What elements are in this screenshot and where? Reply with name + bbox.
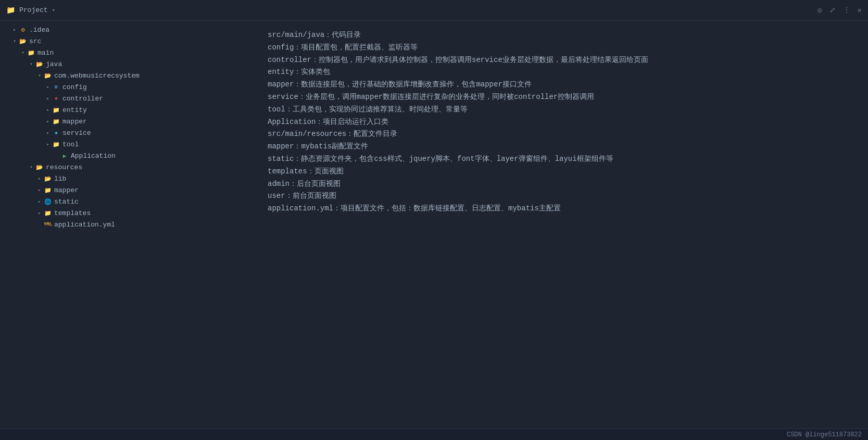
service-icon: ◈ [52, 129, 60, 137]
arrow-controller [44, 95, 52, 102]
mapper-icon: 📁 [52, 117, 60, 125]
tree-item-appyml[interactable]: ▸ YML application.yml [0, 219, 255, 230]
label-service: service [62, 129, 91, 137]
tree-item-controller[interactable]: ❖ controller [0, 93, 255, 104]
header-title: Project [19, 6, 48, 14]
content-line-13: user：前台页面视图 [268, 190, 856, 203]
yml-icon: YML [44, 220, 52, 229]
tree-item-src[interactable]: 📂 src [0, 35, 255, 47]
content-area: src/main/java：代码目录 config：项目配置包，配置拦截器、监听… [255, 21, 868, 429]
arrow-mapper2 [35, 187, 44, 193]
tree-item-config[interactable]: ⚙ config [0, 81, 255, 93]
content-line-2: controller：控制器包，用户请求到具体控制器，控制器调用service业… [268, 54, 856, 67]
bottom-text: CSDN @linge511873822 [787, 431, 862, 438]
label-appyml: application.yml [54, 221, 115, 229]
config-icon: ⚙ [52, 83, 60, 91]
lib-icon: 📂 [44, 174, 52, 183]
bottom-bar: CSDN @linge511873822 [0, 429, 868, 440]
label-tool: tool [62, 141, 79, 148]
content-line-8: src/main/resources：配置文件目录 [268, 128, 856, 141]
label-entity: entity [62, 106, 87, 114]
content-line-5: service：业务层包，调用mapper数据连接层进行复杂的业务处理，同时被c… [268, 91, 856, 104]
tree-item-static[interactable]: 🌐 static [0, 196, 255, 207]
target-icon[interactable]: ◎ [817, 6, 822, 15]
arrow-mapper [44, 118, 52, 124]
tree-item-mapper2[interactable]: 📁 mapper [0, 184, 255, 196]
label-src: src [29, 37, 41, 45]
com-icon: 📂 [44, 71, 52, 80]
header-icons: ◎ ⤢ ⋮ ✕ [817, 6, 862, 15]
entity-icon: 📁 [52, 106, 60, 114]
label-resources: resources [46, 164, 82, 171]
arrow-service [44, 130, 52, 136]
tree-item-com[interactable]: 📂 com.webmusicrecsystem [0, 70, 255, 81]
tree-item-java[interactable]: 📂 java [0, 58, 255, 70]
arrow-static [35, 198, 44, 205]
arrow-idea [10, 27, 19, 33]
header-left: 📁 Project ▾ [6, 6, 55, 15]
tree-item-idea[interactable]: ⚙ .idea [0, 24, 255, 35]
label-controller: controller [62, 95, 103, 103]
arrow-main [19, 49, 27, 56]
mapper2-icon: 📁 [44, 186, 52, 194]
application-icon: ▶ [60, 152, 69, 160]
arrow-templates [35, 210, 44, 216]
resources-icon: 📂 [35, 163, 44, 171]
arrow-tool [44, 141, 52, 147]
content-line-0: src/main/java：代码目录 [268, 29, 856, 42]
label-lib: lib [54, 175, 66, 183]
label-templates: templates [54, 209, 91, 217]
tree-item-tool[interactable]: 📁 tool [0, 139, 255, 150]
content-line-12: admin：后台页面视图 [268, 178, 856, 191]
content-line-9: mapper：mybatis副配置文件 [268, 141, 856, 153]
content-line-14: application.yml：项目配置文件，包括：数据库链接配置、日志配置、m… [268, 203, 856, 215]
label-java: java [46, 60, 62, 68]
file-tree: ⚙ .idea 📂 src 📁 main 📂 java 📂 com.webmus… [0, 21, 255, 429]
controller-icon: ❖ [52, 94, 60, 103]
more-icon[interactable]: ⋮ [843, 6, 850, 15]
tree-item-service[interactable]: ◈ service [0, 127, 255, 139]
content-line-1: config：项目配置包，配置拦截器、监听器等 [268, 42, 856, 54]
tree-item-entity[interactable]: 📁 entity [0, 104, 255, 116]
expand-icon[interactable]: ⤢ [829, 6, 836, 15]
label-com: com.webmusicrecsystem [54, 72, 140, 80]
tree-item-mapper[interactable]: 📁 mapper [0, 116, 255, 127]
content-line-4: mapper：数据连接层包，进行基础的数据库增删改查操作，包含mapper接口文… [268, 79, 856, 91]
main-area: ⚙ .idea 📂 src 📁 main 📂 java 📂 com.webmus… [0, 21, 868, 429]
label-mapper: mapper [62, 118, 87, 125]
arrow-entity [44, 107, 52, 113]
label-mapper2: mapper [54, 186, 79, 194]
tree-item-application[interactable]: ▸ ▶ Application [0, 150, 255, 161]
content-line-7: Application：项目启动运行入口类 [268, 116, 856, 129]
src-icon: 📂 [19, 37, 27, 45]
tree-item-lib[interactable]: 📂 lib [0, 173, 255, 184]
arrow-com [35, 72, 44, 79]
close-icon[interactable]: ✕ [858, 6, 862, 15]
content-line-11: templates：页面视图 [268, 166, 856, 178]
content-line-6: tool：工具类包，实现协同过滤推荐算法、时间处理、常量等 [268, 104, 856, 116]
arrow-java [27, 61, 35, 67]
label-static: static [54, 198, 79, 206]
arrow-config [44, 84, 52, 90]
arrow-src [10, 38, 19, 44]
java-icon: 📂 [35, 60, 44, 68]
tool-icon: 📁 [52, 140, 60, 148]
tree-item-resources[interactable]: 📂 resources [0, 161, 255, 173]
label-config: config [62, 83, 87, 91]
templates-icon: 📁 [44, 209, 52, 217]
arrow-resources [27, 164, 35, 170]
main-icon: 📁 [27, 48, 35, 57]
label-main: main [37, 49, 54, 57]
tree-item-templates[interactable]: 📁 templates [0, 207, 255, 219]
header: 📁 Project ▾ ◎ ⤢ ⋮ ✕ [0, 0, 868, 21]
arrow-lib [35, 175, 44, 182]
tree-item-main[interactable]: 📁 main [0, 47, 255, 58]
static-icon: 🌐 [44, 197, 52, 206]
project-folder-icon: 📁 [6, 6, 15, 15]
content-line-10: static：静态资源文件夹，包含css样式、jquery脚本、font字体、l… [268, 153, 856, 166]
header-chevron-icon[interactable]: ▾ [52, 7, 56, 14]
label-application: Application [71, 152, 116, 160]
content-line-3: entity：实体类包 [268, 66, 856, 79]
label-idea: .idea [29, 26, 49, 34]
idea-icon: ⚙ [19, 26, 27, 34]
